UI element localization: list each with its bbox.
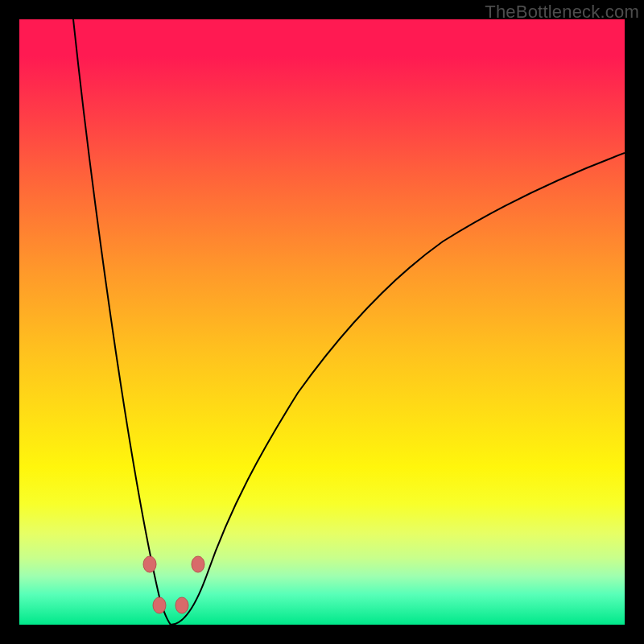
plot-area (19, 19, 625, 625)
marker-dot (153, 597, 166, 613)
curve-right (171, 153, 625, 625)
curve-left (73, 19, 171, 625)
marker-dot (175, 597, 188, 613)
marker-dot (143, 556, 156, 572)
curve-layer (19, 19, 625, 625)
marker-dot (192, 556, 204, 572)
watermark-text: TheBottleneck.com (485, 2, 639, 23)
chart-frame (19, 19, 625, 625)
